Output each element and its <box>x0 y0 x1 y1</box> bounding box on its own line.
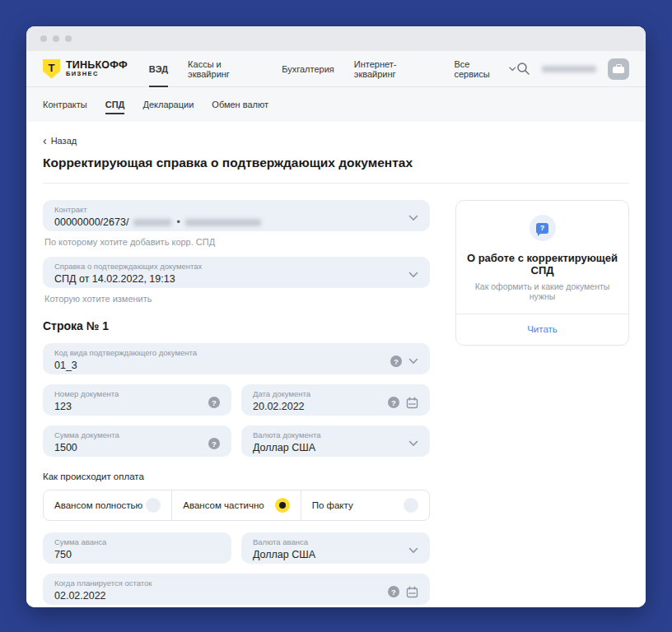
help-question-icon[interactable]: ? <box>208 438 220 449</box>
window-control-dot[interactable] <box>65 35 72 42</box>
advance-sum-value: 750 <box>54 548 220 561</box>
title-divider <box>43 183 629 184</box>
doc-currency-select[interactable]: Валюта документа Доллар США <box>241 425 430 457</box>
balance-date-label: Когда планируется остаток <box>54 579 388 588</box>
window-control-dot[interactable] <box>53 35 59 42</box>
advance-currency-value: Доллар США <box>253 548 408 561</box>
radio-selected-icon[interactable] <box>275 498 290 513</box>
radio-unselected-icon[interactable] <box>404 498 418 513</box>
chevron-down-icon <box>408 272 418 278</box>
nav-item-kassy[interactable]: Кассы и эквайринг <box>188 51 262 86</box>
spd-value: СПД от 14.02.2022, 19:13 <box>54 272 408 286</box>
doc-sum-label: Сумма документа <box>54 430 208 440</box>
advance-currency-label: Валюта аванса <box>253 537 408 547</box>
payment-method-label: Как происходит оплата <box>43 472 430 481</box>
help-question-icon[interactable]: ? <box>388 397 399 408</box>
help-question-icon[interactable]: ? <box>388 586 399 597</box>
help-card: ? О работе с корректирующей СПД Как офор… <box>455 200 629 346</box>
calendar-icon[interactable] <box>406 397 418 409</box>
chat-question-icon: ? <box>536 223 548 234</box>
contract-helper: По которому хотите добавить корр. СПД <box>44 237 430 247</box>
doc-number-input[interactable]: Номер документа 123 ? <box>43 384 231 416</box>
contract-masked-part <box>133 219 171 226</box>
profile-avatar[interactable] <box>608 58 629 80</box>
form-column: Контракт 00000000/2673/ • По которому хо… <box>43 200 430 607</box>
contract-select[interactable]: Контракт 00000000/2673/ • <box>43 200 430 231</box>
help-question-icon[interactable]: ? <box>208 397 220 408</box>
back-link[interactable]: ‹ Назад <box>43 136 77 146</box>
row-heading: Строка № 1 <box>43 319 430 332</box>
chevron-down-icon <box>408 547 418 554</box>
nav-item-buhgalteriya[interactable]: Бухгалтерия <box>282 51 334 86</box>
doc-code-label: Код вида подтверждающего документа <box>54 348 390 358</box>
contract-label: Контракт <box>54 205 408 215</box>
main-nav: ВЭД Кассы и эквайринг Бухгалтерия Интерн… <box>149 51 516 86</box>
browser-window: Т ТИНЬКОФФ БИЗНЕС ВЭД Кассы и эквайринг … <box>26 26 646 607</box>
balance-date-value: 02.02.2022 <box>54 589 388 602</box>
chevron-left-icon: ‹ <box>43 137 47 145</box>
doc-sum-value: 1500 <box>54 441 208 454</box>
window-titlebar <box>26 26 646 51</box>
tab-deklaratsii[interactable]: Декларации <box>142 87 194 122</box>
doc-sum-input[interactable]: Сумма документа 1500 ? <box>43 425 231 457</box>
tinkoff-business-logo[interactable]: Т ТИНЬКОФФ БИЗНЕС <box>43 59 128 79</box>
page-title: Корректирующая справка о подтверждающих … <box>43 156 629 170</box>
payment-option-partial-advance[interactable]: Авансом частично <box>171 490 300 520</box>
chevron-down-icon <box>408 358 418 365</box>
doc-code-select[interactable]: Код вида подтверждающего документа 01_3 … <box>43 343 430 374</box>
doc-currency-label: Валюта документа <box>253 430 408 440</box>
doc-number-label: Номер документа <box>54 389 208 399</box>
tab-obmen-valyut[interactable]: Обмен валют <box>212 87 268 122</box>
doc-currency-value: Доллар США <box>253 441 408 454</box>
contract-value: 00000000/2673/ • <box>54 216 408 229</box>
doc-number-value: 123 <box>54 400 208 413</box>
help-card-title: О работе с корректирующей СПД <box>456 252 628 276</box>
nav-item-vse-servisy[interactable]: Все сервисы <box>454 51 516 86</box>
balance-date-input[interactable]: Когда планируется остаток 02.02.2022 ? <box>43 574 430 605</box>
nav-item-ved[interactable]: ВЭД <box>149 51 168 86</box>
advance-currency-select[interactable]: Валюта аванса Доллар США <box>241 532 430 564</box>
tab-spd[interactable]: СПД <box>105 87 125 122</box>
search-icon[interactable] <box>516 62 530 76</box>
payment-method-segments: Авансом полностью Авансом частично По фа… <box>43 490 430 521</box>
help-column: ? О работе с корректирующей СПД Как офор… <box>455 200 629 607</box>
read-link[interactable]: Читать <box>456 314 628 345</box>
contract-masked-counterparty <box>185 219 261 226</box>
doc-date-value: 20.02.2022 <box>253 400 388 413</box>
spd-helper: Которую хотите изменить <box>44 294 430 304</box>
app-header: Т ТИНЬКОФФ БИЗНЕС ВЭД Кассы и эквайринг … <box>26 51 646 122</box>
main-content: ‹ Назад Корректирующая справка о подтвер… <box>26 122 646 607</box>
advance-sum-label: Сумма аванса <box>54 537 220 547</box>
doc-code-value: 01_3 <box>54 359 390 372</box>
section-tabs: Контракты СПД Декларации Обмен валют <box>26 87 646 122</box>
payment-option-on-fact[interactable]: По факту <box>301 490 429 520</box>
window-control-dot[interactable] <box>40 35 47 42</box>
logo-sub-text: БИЗНЕС <box>66 71 128 77</box>
spd-select[interactable]: Справка о подтверждающих документах СПД … <box>43 257 430 288</box>
tab-kontrakty[interactable]: Контракты <box>43 87 87 122</box>
calendar-icon[interactable] <box>406 586 418 598</box>
spd-label: Справка о подтверждающих документах <box>54 262 408 272</box>
tinkoff-shield-icon: Т <box>43 59 60 79</box>
chevron-down-icon <box>408 440 418 447</box>
chevron-down-icon <box>509 67 516 72</box>
help-question-icon[interactable]: ? <box>390 356 402 367</box>
doc-date-label: Дата документа <box>253 389 388 399</box>
advance-sum-input[interactable]: Сумма аванса 750 <box>43 532 231 564</box>
radio-unselected-icon[interactable] <box>146 498 161 513</box>
payment-option-full-advance[interactable]: Авансом полностью <box>44 490 171 520</box>
account-name-masked[interactable] <box>542 66 596 72</box>
help-card-subtitle: Как оформить и какие документы нужны <box>456 281 628 301</box>
chevron-down-icon <box>408 215 418 221</box>
help-icon-circle: ? <box>530 215 556 241</box>
doc-date-input[interactable]: Дата документа 20.02.2022 ? <box>241 384 430 416</box>
nav-item-internet-ekvayring[interactable]: Интернет-эквайринг <box>354 51 435 86</box>
